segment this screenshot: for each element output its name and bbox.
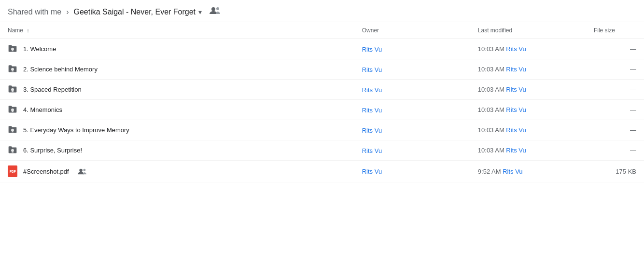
svg-point-2	[11, 48, 14, 51]
file-size: —	[586, 59, 644, 80]
breadcrumb-shared-with-me[interactable]: Shared with me	[8, 8, 61, 16]
table-row[interactable]: 2. Science behind MemoryRits Vu10:03 AM …	[0, 59, 644, 80]
svg-point-0	[211, 7, 215, 11]
file-size: 175 KB	[586, 161, 644, 182]
sort-ascending-icon: ↑	[27, 27, 29, 33]
modified-user-link[interactable]: Rits Vu	[506, 126, 526, 134]
modified-user-link[interactable]: Rits Vu	[506, 66, 526, 73]
owner-link[interactable]: Rits Vu	[362, 107, 382, 114]
modified-user-link[interactable]: Rits Vu	[506, 86, 526, 93]
file-size: —	[586, 140, 644, 161]
file-name: 2. Science behind Memory	[23, 66, 98, 73]
folder-icon	[8, 145, 17, 155]
svg-point-5	[11, 109, 14, 111]
file-table: Name ↑ Owner Last modified File size 1. …	[0, 22, 644, 182]
owner-link[interactable]: Rits Vu	[362, 168, 382, 175]
modified-user-link[interactable]: Rits Vu	[506, 45, 526, 53]
shared-icon	[78, 168, 86, 175]
folder-icon	[8, 44, 17, 54]
modified-cell: 10:03 AM Rits Vu	[470, 59, 586, 80]
table-row[interactable]: 5. Everyday Ways to Improve MemoryRits V…	[0, 120, 644, 140]
svg-point-4	[11, 88, 14, 91]
svg-point-6	[11, 129, 14, 132]
file-size: —	[586, 80, 644, 100]
folder-icon	[8, 84, 17, 95]
modified-user-link[interactable]: Rits Vu	[506, 106, 526, 113]
column-header-modified[interactable]: Last modified	[470, 22, 586, 39]
modified-cell: 10:03 AM Rits Vu	[470, 80, 586, 100]
modified-cell: 10:03 AM Rits Vu	[470, 120, 586, 140]
column-header-size[interactable]: File size	[586, 22, 644, 39]
modified-cell: 10:03 AM Rits Vu	[470, 100, 586, 120]
file-size: —	[586, 120, 644, 140]
svg-point-3	[11, 68, 14, 71]
owner-link[interactable]: Rits Vu	[362, 147, 382, 154]
folder-icon	[8, 105, 17, 115]
table-row[interactable]: 4. MnemonicsRits Vu10:03 AM Rits Vu—	[0, 100, 644, 120]
breadcrumb-separator: ›	[66, 8, 69, 16]
file-name: 1. Welcome	[23, 45, 56, 53]
modified-cell: 9:52 AM Rits Vu	[470, 161, 586, 182]
pdf-icon: PDF	[8, 165, 17, 177]
file-size: —	[586, 100, 644, 120]
table-row[interactable]: 6. Surprise, Surprise!Rits Vu10:03 AM Ri…	[0, 140, 644, 161]
owner-link[interactable]: Rits Vu	[362, 46, 382, 53]
folder-icon	[8, 64, 17, 74]
file-name: 4. Mnemonics	[23, 106, 62, 113]
svg-point-7	[11, 149, 14, 152]
breadcrumb-header: Shared with me › Geetika Saigal - Never,…	[0, 0, 644, 22]
table-row[interactable]: 3. Spaced RepetitionRits Vu10:03 AM Rits…	[0, 80, 644, 100]
owner-link[interactable]: Rits Vu	[362, 86, 382, 94]
file-size: —	[586, 39, 644, 59]
modified-cell: 10:03 AM Rits Vu	[470, 140, 586, 161]
current-folder-name: Geetika Saigal - Never, Ever Forget	[74, 8, 196, 16]
modified-user-link[interactable]: Rits Vu	[503, 168, 522, 175]
modified-cell: 10:03 AM Rits Vu	[470, 39, 586, 59]
file-list: 1. WelcomeRits Vu10:03 AM Rits Vu— 2. Sc…	[0, 39, 644, 182]
breadcrumb-current-folder[interactable]: Geetika Saigal - Never, Ever Forget ▾	[74, 8, 202, 16]
modified-user-link[interactable]: Rits Vu	[506, 147, 526, 154]
svg-point-1	[216, 7, 219, 10]
file-name: #Screenshot.pdf	[23, 168, 69, 175]
table-header: Name ↑ Owner Last modified File size	[0, 22, 644, 39]
share-people-icon[interactable]	[210, 7, 220, 17]
owner-link[interactable]: Rits Vu	[362, 127, 382, 134]
table-row[interactable]: 1. WelcomeRits Vu10:03 AM Rits Vu—	[0, 39, 644, 59]
chevron-down-icon: ▾	[198, 8, 202, 16]
owner-link[interactable]: Rits Vu	[362, 66, 382, 73]
column-header-name[interactable]: Name ↑	[0, 22, 354, 39]
table-row[interactable]: PDF#Screenshot.pdf Rits Vu9:52 AM Rits V…	[0, 161, 644, 182]
file-name: 3. Spaced Repetition	[23, 86, 82, 93]
svg-point-9	[83, 168, 85, 171]
folder-icon	[8, 125, 17, 135]
file-name: 5. Everyday Ways to Improve Memory	[23, 126, 129, 134]
file-name: 6. Surprise, Surprise!	[23, 147, 82, 154]
svg-point-8	[79, 168, 83, 172]
column-header-owner[interactable]: Owner	[354, 22, 470, 39]
